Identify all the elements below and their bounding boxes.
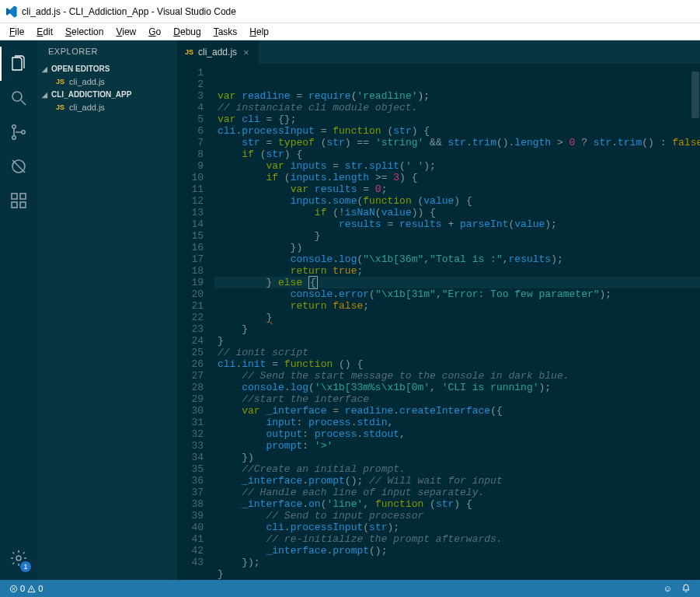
code-line[interactable]: });: [214, 557, 700, 568]
activity-bar: 1: [0, 40, 37, 580]
code-line[interactable]: var inputs = str.split(' ');: [214, 160, 700, 172]
section-cli-addiction-app[interactable]: ◢CLI_ADDICTION_APP: [37, 88, 177, 101]
status-feedback[interactable]: ☺: [660, 584, 675, 593]
code-line[interactable]: // instanciate cli module object.: [214, 102, 700, 113]
code-line[interactable]: _interface.on('line', function (str) {: [214, 498, 700, 510]
menu-view[interactable]: View: [110, 25, 142, 39]
close-icon[interactable]: ×: [242, 47, 251, 58]
code-line[interactable]: cli.processInput(str);: [214, 522, 700, 533]
code-line[interactable]: cli.processInput = function (str) {: [214, 125, 700, 137]
svg-point-0: [12, 92, 22, 101]
status-bar: 0 0 ☺: [0, 580, 700, 597]
js-file-icon: JS: [56, 78, 64, 86]
sidebar-title: EXPLORER: [37, 40, 177, 62]
vscode-icon: [5, 5, 17, 18]
editor-tabs: JS cli_add.js ×: [177, 40, 700, 64]
code-line[interactable]: //Create an initial prompt.: [214, 463, 700, 475]
svg-point-1: [12, 125, 16, 128]
bell-icon: [681, 584, 691, 593]
code-line[interactable]: _interface.prompt();: [214, 545, 700, 557]
code-line[interactable]: console.error("\x1b[31m","Error: Too few…: [214, 288, 700, 300]
window-title: cli_add.js - CLI_Addiction_App - Visual …: [22, 6, 236, 17]
svg-point-3: [22, 131, 25, 134]
editor-area: JS cli_add.js × 123456789101112131415161…: [177, 40, 700, 580]
window-titlebar: cli_add.js - CLI_Addiction_App - Visual …: [0, 0, 700, 23]
code-line[interactable]: results = results + parseInt(value);: [214, 218, 700, 230]
js-file-icon: JS: [56, 103, 64, 111]
code-line[interactable]: if (str) {: [214, 148, 700, 160]
code-line[interactable]: _interface.prompt(); // Will wait for in…: [214, 475, 700, 487]
vertical-scrollbar[interactable]: [691, 64, 700, 580]
warning-icon: [27, 585, 36, 593]
extensions-activity[interactable]: [0, 183, 37, 218]
menu-debug[interactable]: Debug: [167, 25, 207, 39]
svg-point-2: [12, 136, 16, 139]
code-line[interactable]: // Send to input processor: [214, 510, 700, 522]
manage-gear[interactable]: 1: [0, 541, 37, 575]
menu-help[interactable]: Help: [243, 25, 275, 39]
code-editor[interactable]: 1234567891011121314151617181920212223242…: [177, 64, 700, 580]
code-line[interactable]: // re-initialize the prompt afterwards.: [214, 533, 700, 545]
code-line[interactable]: }: [214, 230, 700, 242]
code-line[interactable]: input: process.stdin,: [214, 417, 700, 428]
section-open-editors[interactable]: ◢OPEN EDITORS: [37, 62, 177, 75]
code-line[interactable]: // ionit script: [214, 347, 700, 358]
menu-tasks[interactable]: Tasks: [207, 25, 244, 39]
code-line[interactable]: str = typeof (str) == 'string' && str.tr…: [214, 137, 700, 148]
explorer-sidebar: EXPLORER ◢OPEN EDITORSJScli_add.js◢CLI_A…: [37, 40, 177, 580]
code-line[interactable]: inputs.some(function (value) {: [214, 195, 700, 207]
line-number-gutter: 1234567891011121314151617181920212223242…: [177, 64, 214, 580]
menu-selection[interactable]: Selection: [59, 25, 110, 39]
code-line[interactable]: cli.init = function () {: [214, 358, 700, 370]
menu-edit[interactable]: Edit: [30, 25, 59, 39]
explorer-activity[interactable]: [0, 47, 37, 81]
svg-rect-8: [20, 202, 26, 208]
debug-activity[interactable]: [0, 149, 37, 183]
menubar: FileEditSelectionViewGoDebugTasksHelp: [0, 23, 700, 40]
svg-point-9: [16, 556, 21, 560]
editor-tab[interactable]: JS cli_add.js ×: [177, 40, 259, 64]
code-line[interactable]: }: [214, 312, 700, 323]
status-notifications[interactable]: [678, 584, 694, 593]
workbench: 1 EXPLORER ◢OPEN EDITORSJScli_add.js◢CLI…: [0, 40, 700, 580]
code-line[interactable]: //start the interface: [214, 393, 700, 405]
svg-rect-7: [12, 202, 17, 208]
scroll-thumb[interactable]: [691, 72, 699, 118]
js-file-icon: JS: [185, 48, 193, 56]
file-item[interactable]: JScli_add.js: [37, 75, 177, 88]
search-activity[interactable]: [0, 81, 37, 115]
gear-badge: 1: [20, 561, 31, 572]
code-line[interactable]: var _interface = readline.createInterfac…: [214, 405, 700, 417]
code-line[interactable]: }: [214, 335, 700, 347]
code-line[interactable]: }): [214, 242, 700, 253]
code-line[interactable]: var readline = require('readline');: [214, 90, 700, 102]
code-lines[interactable]: var readline = require('readline');// in…: [214, 64, 700, 580]
svg-rect-6: [20, 194, 26, 199]
code-line[interactable]: }): [214, 452, 700, 463]
error-icon: [9, 585, 18, 593]
code-line[interactable]: if (!isNaN(value)) {: [214, 207, 700, 218]
code-line[interactable]: }: [214, 323, 700, 335]
menu-file[interactable]: File: [3, 25, 30, 39]
code-line[interactable]: // Send the start message to the console…: [214, 370, 700, 382]
code-line[interactable]: // Handle each line of input separately.: [214, 487, 700, 498]
code-line[interactable]: prompt: '>': [214, 440, 700, 452]
code-line[interactable]: if (inputs.length >= 3) {: [214, 172, 700, 183]
menu-go[interactable]: Go: [142, 25, 167, 39]
svg-rect-5: [12, 194, 17, 199]
code-line[interactable]: var results = 0;: [214, 183, 700, 195]
code-line[interactable]: output: process.stdout,: [214, 428, 700, 440]
code-line[interactable]: }: [214, 568, 700, 580]
code-line[interactable]: var cli = {};: [214, 113, 700, 125]
scm-activity[interactable]: [0, 115, 37, 149]
code-line[interactable]: } else {: [214, 277, 700, 288]
status-problems[interactable]: 0 0: [6, 584, 46, 593]
code-line[interactable]: return false;: [214, 300, 700, 312]
code-line[interactable]: return true;: [214, 265, 700, 277]
tab-label: cli_add.js: [198, 47, 237, 58]
file-item[interactable]: JScli_add.js: [37, 101, 177, 113]
code-line[interactable]: console.log("\x1b[36m","Total is :",resu…: [214, 253, 700, 265]
smiley-icon: ☺: [663, 584, 672, 593]
code-line[interactable]: console.log('\x1b[33m%s\x1b[0m', 'CLI is…: [214, 382, 700, 393]
